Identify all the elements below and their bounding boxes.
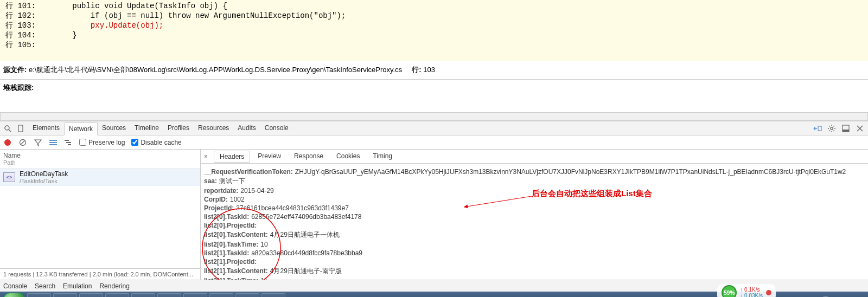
windows-taskbar[interactable]: 59% ↑ 0.1K/s ↓ 0.03K/s Cx 创新互联 (0, 292, 868, 297)
taskbar-item[interactable] (235, 293, 259, 297)
dock-icon[interactable] (840, 122, 852, 134)
tab-profiles[interactable]: Profiles (163, 122, 194, 135)
request-row[interactable]: <> EditOneDayTask /TaskInfo/Task (0, 169, 200, 186)
request-path: /TaskInfo/Task (20, 178, 68, 184)
svg-rect-3 (818, 126, 821, 131)
form-key: list2[0].TaskId: (204, 213, 249, 221)
form-key: list2[1].ProjectId: (204, 258, 257, 266)
request-name: EditOneDayTask (20, 170, 68, 178)
taskbar-item[interactable] (105, 293, 129, 297)
inspect-icon[interactable] (2, 123, 13, 134)
form-value: 2015-04-29 (240, 187, 273, 195)
form-key: ProjectId: (204, 204, 234, 212)
form-data-row: list2[1].TaskContent:4月29日航通电子-南宁版 (204, 267, 865, 276)
tab-console[interactable]: Console (260, 122, 293, 135)
svg-line-11 (829, 130, 830, 131)
svg-line-9 (829, 126, 830, 127)
clear-icon[interactable] (18, 138, 27, 147)
settings-icon[interactable] (826, 122, 838, 134)
taskbar-item[interactable] (183, 293, 207, 297)
taskbar-item[interactable] (79, 293, 103, 297)
view-list-icon[interactable] (49, 138, 58, 147)
start-button[interactable] (3, 293, 25, 297)
network-body: Name Path <> EditOneDayTask /TaskInfo/Ta… (0, 150, 868, 280)
form-data-row: list2[0].TaskTime:10 (204, 241, 865, 248)
taskbar-item[interactable] (53, 293, 77, 297)
network-toolbar: Preserve log Disable cache (0, 135, 868, 150)
svg-line-10 (834, 130, 835, 131)
tab-network[interactable]: Network (64, 122, 98, 135)
detail-tab-headers[interactable]: Headers (214, 151, 250, 163)
drawer-toggle-icon[interactable] (812, 122, 824, 134)
annotation-text: 后台会自动把这些组装成List集合 (532, 189, 652, 199)
svg-point-0 (5, 126, 9, 130)
svg-line-25 (464, 196, 532, 207)
record-button[interactable] (3, 138, 12, 147)
source-line-label: 行: (412, 66, 421, 74)
svg-rect-22 (65, 140, 69, 141)
view-waterfall-icon[interactable] (64, 138, 73, 147)
form-value: ZHJUgY-qBrGsaUUP_yEMyAaGfM14BcXPkYy05Hji… (295, 168, 846, 176)
request-type-icon: <> (3, 172, 15, 182)
tab-sources[interactable]: Sources (98, 122, 130, 135)
form-value: 11 (260, 277, 267, 280)
disable-cache-checkbox[interactable]: Disable cache (131, 139, 181, 146)
taskbar-item[interactable] (27, 293, 51, 297)
form-key: list2[0].TaskContent: (204, 231, 268, 238)
drawer-tab-rendering[interactable]: Rendering (99, 282, 129, 290)
form-key: list2[1].TaskContent: (204, 267, 268, 275)
form-key: list2[1].TaskId: (204, 249, 249, 257)
devtools-tab-bar: ElementsNetworkSourcesTimelineProfilesRe… (0, 121, 868, 135)
form-value: 4月29日航通电子一体机 (270, 231, 340, 238)
source-file-path: e:\航通北斗\北斗代码\SVN\全部\08WorkLog\src\WorkLo… (29, 66, 402, 74)
tab-timeline[interactable]: Timeline (130, 122, 163, 135)
request-list-panel: Name Path <> EditOneDayTask /TaskInfo/Ta… (0, 150, 201, 280)
drawer-tab-console[interactable]: Console (3, 282, 27, 290)
detail-tab-response[interactable]: Response (289, 151, 329, 163)
form-value: 测试一下 (219, 177, 245, 185)
horizontal-scrollbar[interactable] (0, 112, 868, 121)
detail-tab-preview[interactable]: Preview (252, 151, 286, 163)
close-icon[interactable] (854, 122, 866, 134)
taskbar-item[interactable] (131, 293, 155, 297)
svg-line-1 (9, 130, 11, 132)
taskbar-item[interactable] (157, 293, 181, 297)
request-detail-panel: × HeadersPreviewResponseCookiesTiming __… (201, 150, 868, 280)
form-key: list2[1].TaskTime: (204, 277, 258, 280)
drawer-tab-search[interactable]: Search (35, 282, 55, 290)
form-data-row: __RequestVerificationToken:ZHJUgY-qBrGsa… (204, 168, 865, 176)
device-icon[interactable] (15, 123, 26, 134)
form-value: 4月29日航通电子-南宁版 (270, 267, 342, 275)
preserve-log-checkbox[interactable]: Preserve log (79, 139, 125, 146)
tab-audits[interactable]: Audits (233, 122, 260, 135)
svg-rect-2 (18, 125, 23, 132)
form-value: a820a33e80cd449d8fcc9fa78be3bba9 (251, 249, 362, 257)
taskbar-item[interactable] (209, 293, 233, 297)
form-data-row: list2[0].TaskId:62856e724eff474096db3ba4… (204, 213, 865, 221)
form-value: 1002 (230, 196, 245, 203)
form-data-row: saa:测试一下 (204, 177, 865, 186)
detail-tab-cookies[interactable]: Cookies (331, 151, 365, 163)
form-key: saa: (204, 177, 217, 185)
detail-content[interactable]: __RequestVerificationToken:ZHJUgY-qBrGsa… (201, 164, 868, 280)
close-detail-icon[interactable]: × (204, 153, 212, 160)
network-meter[interactable]: 59% ↑ 0.1K/s ↓ 0.03K/s (717, 284, 776, 297)
drawer-tab-emulation[interactable]: Emulation (63, 282, 92, 290)
tab-resources[interactable]: Resources (194, 122, 233, 135)
source-line-value: 103 (423, 66, 435, 74)
filter-icon[interactable] (34, 138, 42, 147)
form-data-row: list2[1].ProjectId: (204, 258, 865, 266)
request-list-header: Name Path (0, 150, 200, 169)
form-value: 37c6161bcea44c94831c963d3f1439e7 (236, 204, 349, 212)
devtools-panel: ElementsNetworkSourcesTimelineProfilesRe… (0, 121, 868, 292)
source-code-area: 行 101: public void Update(TaskInfo obj) … (0, 0, 868, 61)
taskbar-item[interactable] (261, 293, 285, 297)
form-value: 10 (260, 241, 267, 248)
form-data-row: list2[0].TaskContent:4月29日航通电子一体机 (204, 230, 865, 240)
detail-tab-timing[interactable]: Timing (367, 151, 398, 163)
tab-elements[interactable]: Elements (28, 122, 64, 135)
code-line: 行 105: (5, 40, 863, 50)
cpu-percent: 59% (722, 285, 737, 297)
svg-rect-14 (843, 130, 849, 132)
form-data-row: list2[1].TaskTime:11 (204, 277, 865, 280)
